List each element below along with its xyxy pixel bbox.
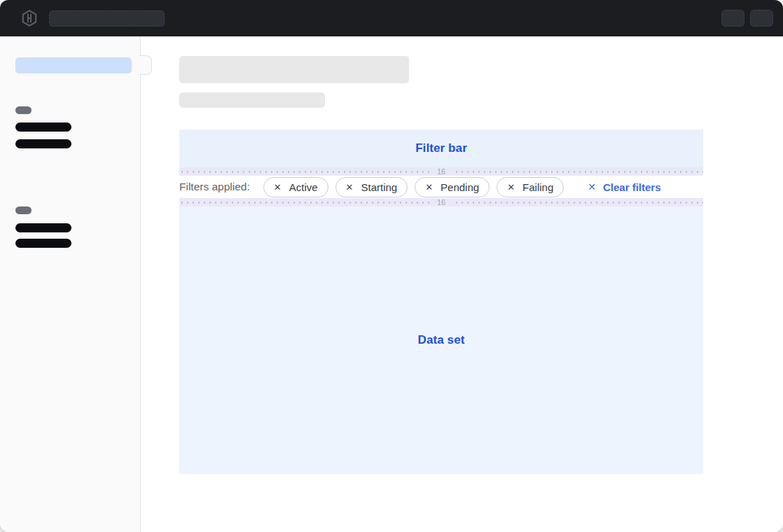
sidebar-nav-item-placeholder[interactable] bbox=[15, 122, 71, 132]
filter-bar-region: Filter bar bbox=[179, 130, 703, 167]
sidebar-section-label-placeholder bbox=[15, 106, 32, 114]
main-content: Filter bar 16 Filters applied: ✕ Active … bbox=[141, 36, 783, 532]
close-icon[interactable]: ✕ bbox=[507, 183, 515, 192]
sidebar-section-label-placeholder bbox=[15, 206, 32, 214]
app-window: Filter bar 16 Filters applied: ✕ Active … bbox=[0, 0, 783, 532]
filter-bar-region-label: Filter bar bbox=[415, 141, 467, 155]
sidebar-nav-item-placeholder[interactable] bbox=[15, 139, 71, 148]
top-nav-bar bbox=[0, 0, 783, 36]
hashicorp-logo-icon bbox=[20, 9, 39, 27]
data-set-region-label: Data set bbox=[418, 333, 465, 347]
sidebar-nav-item-placeholder[interactable] bbox=[15, 223, 71, 232]
data-set-region: Data set bbox=[179, 206, 703, 474]
sidebar bbox=[0, 36, 141, 532]
close-icon[interactable]: ✕ bbox=[425, 183, 433, 192]
page-subtitle-placeholder bbox=[179, 92, 325, 108]
spacing-annotation-bottom: 16 bbox=[179, 198, 703, 206]
applied-filters-row: Filters applied: ✕ Active ✕ Starting ✕ P… bbox=[179, 176, 703, 198]
content-column: Filter bar 16 Filters applied: ✕ Active … bbox=[179, 56, 703, 474]
filter-pill-starting[interactable]: ✕ Starting bbox=[335, 177, 408, 197]
spacing-value: 16 bbox=[431, 198, 452, 206]
body-row: Filter bar 16 Filters applied: ✕ Active … bbox=[0, 36, 783, 532]
spacing-annotation-top: 16 bbox=[179, 167, 703, 176]
filter-pill-label: Failing bbox=[522, 181, 553, 193]
spacing-value: 16 bbox=[431, 167, 452, 176]
topbar-action-button-2[interactable] bbox=[750, 10, 773, 27]
sidebar-nav-item-placeholder[interactable] bbox=[15, 239, 71, 248]
filter-pill-failing[interactable]: ✕ Failing bbox=[497, 177, 564, 197]
close-icon[interactable]: ✕ bbox=[274, 183, 282, 192]
filter-pill-label: Starting bbox=[361, 181, 397, 193]
filter-pill-active[interactable]: ✕ Active bbox=[263, 177, 328, 197]
close-icon[interactable]: ✕ bbox=[346, 183, 354, 192]
filter-pill-pending[interactable]: ✕ Pending bbox=[415, 177, 490, 197]
sidebar-selected-item-placeholder[interactable] bbox=[15, 57, 132, 74]
global-search-placeholder[interactable] bbox=[49, 10, 165, 27]
close-icon: ✕ bbox=[588, 181, 596, 192]
topbar-action-button-1[interactable] bbox=[721, 10, 744, 27]
filter-pill-label: Pending bbox=[441, 181, 479, 193]
clear-filters-link[interactable]: ✕ Clear filters bbox=[588, 181, 660, 193]
page-title-placeholder bbox=[179, 56, 409, 83]
filter-pill-label: Active bbox=[289, 181, 318, 193]
clear-filters-label: Clear filters bbox=[603, 181, 661, 193]
sidebar-collapse-handle[interactable] bbox=[140, 55, 152, 75]
filters-applied-label: Filters applied: bbox=[179, 181, 250, 193]
